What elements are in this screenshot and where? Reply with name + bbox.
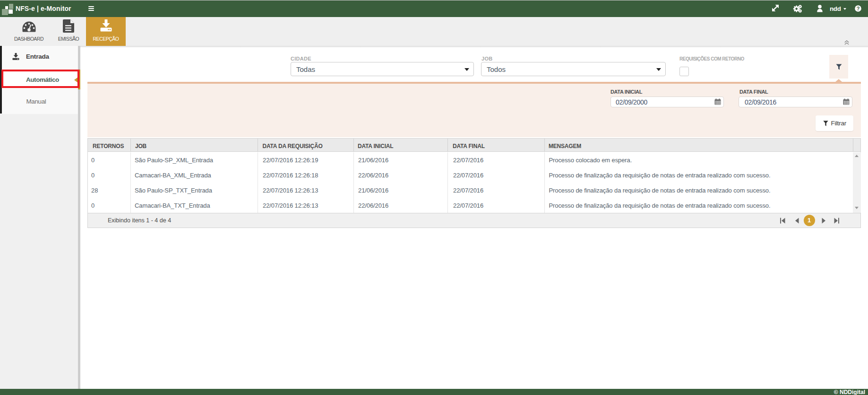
svg-text:?: ? <box>856 6 859 11</box>
